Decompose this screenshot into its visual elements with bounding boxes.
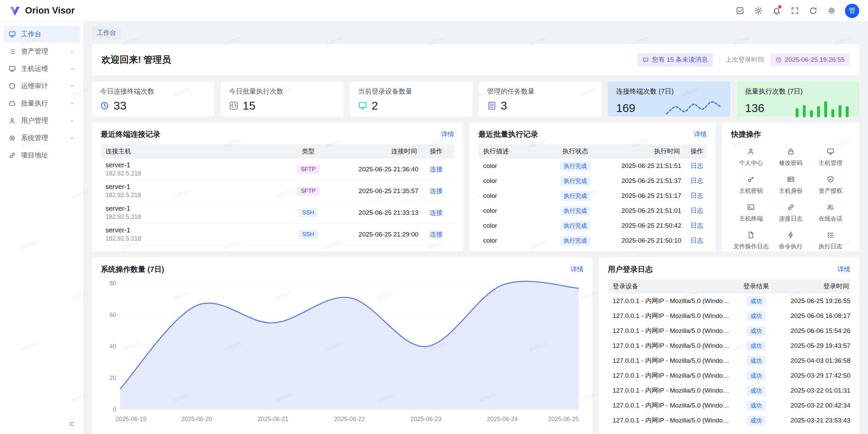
fullscreen-button[interactable] bbox=[787, 3, 802, 18]
chart-detail-link[interactable]: 详情 bbox=[571, 265, 584, 274]
quick-action-icon bbox=[747, 203, 755, 211]
svg-text:20: 20 bbox=[110, 375, 116, 381]
login-logs-detail-link[interactable]: 详情 bbox=[837, 265, 850, 274]
quick-action[interactable]: 资产授权 bbox=[811, 175, 850, 195]
quick-action[interactable]: 主机密钥 bbox=[731, 175, 771, 195]
sidebar-item-icon bbox=[8, 82, 16, 90]
sidebar-item[interactable]: 工作台 bbox=[3, 26, 80, 42]
panel-title: 最近批量执行记录 bbox=[478, 129, 538, 139]
login-device: 127.0.0.1 - 内网IP - Mozilla/5.0 (Windows … bbox=[608, 371, 736, 380]
chevron-down-icon bbox=[70, 49, 75, 54]
settings-button[interactable] bbox=[824, 3, 839, 18]
quick-action[interactable]: 修改密码 bbox=[771, 148, 811, 167]
quick-action[interactable]: 执行日志 bbox=[811, 231, 850, 250]
connect-link[interactable]: 连接 bbox=[430, 209, 443, 216]
stat-icon bbox=[487, 101, 496, 110]
refresh-button[interactable] bbox=[806, 3, 821, 18]
sidebar-item[interactable]: 资产管理 bbox=[3, 43, 80, 60]
breadcrumb[interactable]: 工作台 bbox=[92, 26, 121, 39]
unread-messages-badge[interactable]: 您有 15 条未读消息 bbox=[637, 53, 713, 67]
connection-time: 2025-06-25 21:35:57 bbox=[332, 187, 418, 195]
connection-time: 2025-06-25 21:29:00 bbox=[332, 231, 418, 238]
quick-action[interactable]: 文件操作日志 bbox=[731, 231, 771, 250]
recent-connections-panel: 最近终端连接记录 详情 连接主机 类型 连接时间 操作 server-1 bbox=[92, 122, 463, 251]
column-header: 登录设备 bbox=[608, 282, 736, 291]
sidebar-item[interactable]: 批量执行 bbox=[3, 95, 80, 112]
table-row: server-1 182.92.5.218 SSH 2025-06-25 21:… bbox=[101, 224, 454, 245]
column-header: 执行描述 bbox=[478, 147, 549, 156]
refresh-icon bbox=[809, 6, 817, 15]
stat-icon bbox=[229, 101, 238, 110]
log-link[interactable]: 日志 bbox=[690, 177, 703, 184]
last-login-time: 2025-06-25 19:26:55 bbox=[785, 56, 845, 63]
quick-action-label: 个人中心 bbox=[739, 159, 763, 167]
log-link[interactable]: 日志 bbox=[690, 222, 703, 229]
stat-card: 今日批量执行次数 15 bbox=[221, 81, 343, 116]
table-row: 127.0.0.1 - 内网IP - Mozilla/5.0 (Windows … bbox=[608, 338, 850, 353]
stat-value: 169 bbox=[616, 101, 635, 115]
sidebar-item[interactable]: 用户管理 bbox=[3, 112, 80, 129]
sidebar-item-label: 主机运维 bbox=[21, 64, 64, 73]
quick-action[interactable]: 命令执行 bbox=[771, 231, 811, 250]
log-link[interactable]: 日志 bbox=[690, 192, 703, 199]
table-row: 127.0.0.1 - 内网IP - Mozilla/5.0 (Windows … bbox=[608, 323, 850, 338]
stat-label: 今日批量执行次数 bbox=[229, 87, 335, 96]
operations-chart-panel: 系统操作数量 (7日) 详情 0204060802025-06-192025-0… bbox=[92, 258, 592, 434]
quick-actions-grid: 个人中心 修改密码 主机管理 主机密钥 bbox=[731, 148, 850, 250]
table-header: 执行描述 执行状态 执行时间 操作 bbox=[478, 144, 707, 158]
sidebar-item[interactable]: 系统管理 bbox=[3, 130, 80, 146]
quick-action-label: 文件操作日志 bbox=[733, 242, 769, 250]
clock-icon bbox=[775, 57, 782, 63]
table-row: server-1 182.92.5.218 SFTP 2025-06-25 21… bbox=[101, 180, 454, 202]
svg-text:0: 0 bbox=[113, 406, 116, 413]
quick-action[interactable]: 主机身份 bbox=[771, 175, 811, 195]
column-header: 操作 bbox=[418, 147, 454, 156]
status-tag: 执行完成 bbox=[560, 176, 591, 186]
connections-detail-link[interactable]: 详情 bbox=[441, 130, 454, 139]
log-link[interactable]: 日志 bbox=[690, 237, 703, 244]
sidebar-item[interactable]: 项目地址 bbox=[3, 147, 80, 164]
sidebar-collapse-button[interactable] bbox=[65, 418, 78, 430]
sidebar: 工作台 资产管理 主机运维 运维审计 批 bbox=[0, 22, 83, 434]
connect-link[interactable]: 连接 bbox=[430, 231, 443, 238]
login-result-tag: 成功 bbox=[747, 311, 766, 321]
stat-label: 当前登录设备数量 bbox=[358, 87, 464, 96]
notifications-button[interactable] bbox=[769, 3, 784, 18]
user-avatar[interactable]: 管 bbox=[845, 4, 859, 18]
sidebar-item-label: 资产管理 bbox=[21, 47, 64, 56]
login-result-tag: 成功 bbox=[747, 371, 766, 381]
executions-detail-link[interactable]: 详情 bbox=[694, 130, 707, 139]
tasks-button[interactable] bbox=[732, 3, 747, 18]
connect-link[interactable]: 连接 bbox=[430, 166, 443, 173]
execution-time: 2025-06-25 21:51:17 bbox=[601, 192, 681, 200]
column-header: 连接时间 bbox=[332, 147, 418, 156]
stat-value: 2 bbox=[372, 99, 378, 112]
execution-time: 2025-06-25 21:50:10 bbox=[601, 237, 681, 244]
quick-action-icon bbox=[787, 203, 795, 211]
quick-action[interactable]: 在线会话 bbox=[811, 203, 850, 223]
svg-text:2025-06-21: 2025-06-21 bbox=[258, 416, 289, 422]
column-header: 执行状态 bbox=[549, 147, 601, 156]
table-row: 127.0.0.1 - 内网IP - Mozilla/5.0 (Windows … bbox=[608, 413, 850, 428]
column-header: 执行时间 bbox=[601, 147, 681, 156]
quick-action-icon bbox=[787, 148, 795, 155]
quick-action[interactable]: 主机终端 bbox=[731, 203, 771, 223]
main-content: 工作台 欢迎回来! 管理员 您有 15 条未读消息 上次登录时间 2025-06… bbox=[83, 22, 868, 434]
connect-link[interactable]: 连接 bbox=[430, 187, 443, 194]
sidebar-item[interactable]: 主机运维 bbox=[3, 60, 80, 77]
svg-text:40: 40 bbox=[110, 343, 116, 350]
log-link[interactable]: 日志 bbox=[690, 162, 703, 169]
sidebar-item-icon bbox=[8, 31, 16, 38]
sidebar-item[interactable]: 运维审计 bbox=[3, 78, 80, 94]
stat-card: 管理的任务数量 3 bbox=[479, 81, 601, 116]
log-link[interactable]: 日志 bbox=[690, 207, 703, 214]
quick-action[interactable]: 连接日志 bbox=[771, 203, 811, 223]
table-row: 127.0.0.1 - 内网IP - Mozilla/5.0 (Windows … bbox=[608, 294, 850, 308]
theme-toggle-button[interactable] bbox=[751, 3, 766, 18]
login-device: 127.0.0.1 - 内网IP - Mozilla/5.0 (Windows … bbox=[608, 326, 736, 335]
quick-action[interactable]: 主机管理 bbox=[811, 148, 850, 167]
operations-chart: 0204060802025-06-192025-06-202025-06-212… bbox=[101, 277, 584, 425]
quick-action[interactable]: 个人中心 bbox=[731, 148, 771, 167]
host-name: server-1 bbox=[105, 205, 284, 212]
sidebar-item-icon bbox=[8, 48, 16, 55]
